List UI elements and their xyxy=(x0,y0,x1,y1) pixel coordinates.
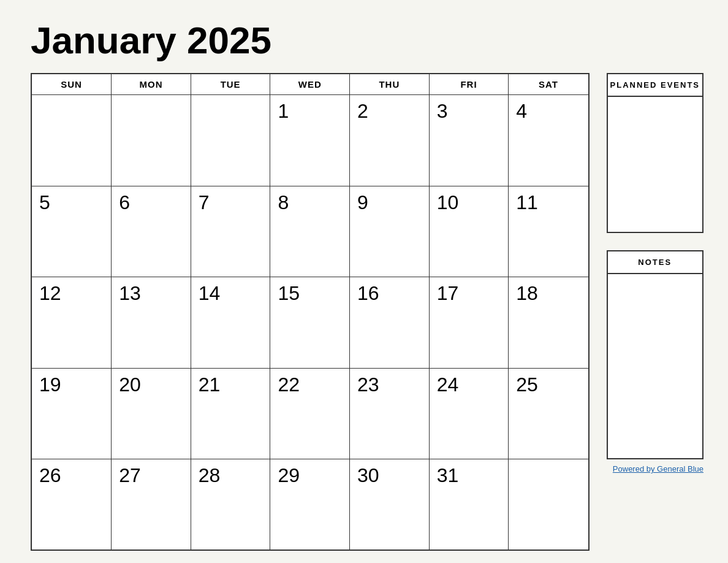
sidebar: PLANNED EVENTS NOTES Powered by General … xyxy=(607,73,703,551)
calendar-day: 1 xyxy=(270,95,350,186)
calendar-day: 10 xyxy=(429,186,509,277)
calendar-day: 28 xyxy=(191,459,270,551)
month-title: January 2025 xyxy=(31,18,703,62)
sidebar-gap xyxy=(607,233,703,250)
calendar-day xyxy=(31,95,112,186)
calendar-day: 6 xyxy=(112,186,191,277)
powered-by: Powered by General Blue xyxy=(607,464,703,473)
calendar-week-row: 1234 xyxy=(31,95,589,186)
calendar-day xyxy=(191,95,270,186)
planned-events-content xyxy=(608,97,702,232)
planned-events-box: PLANNED EVENTS xyxy=(607,73,703,233)
col-fri: FRI xyxy=(429,74,509,95)
calendar-week-row: 567891011 xyxy=(31,186,589,277)
calendar-day: 13 xyxy=(112,277,191,369)
powered-by-link[interactable]: Powered by General Blue xyxy=(613,464,703,473)
notes-box: NOTES xyxy=(607,250,703,459)
calendar-day: 31 xyxy=(429,459,509,551)
calendar-day: 15 xyxy=(270,277,350,369)
calendar-day: 23 xyxy=(350,368,430,459)
calendar-day: 18 xyxy=(509,277,589,369)
calendar-day: 12 xyxy=(31,277,112,369)
calendar-week-row: 262728293031 xyxy=(31,459,589,551)
calendar-day: 9 xyxy=(350,186,430,277)
col-thu: THU xyxy=(350,74,430,95)
calendar-day: 27 xyxy=(112,459,191,551)
calendar-day: 21 xyxy=(191,368,270,459)
calendar-section: SUN MON TUE WED THU FRI SAT 123456789101… xyxy=(31,73,590,551)
page: January 2025 SUN MON TUE WED THU FRI SAT… xyxy=(0,0,728,563)
notes-title: NOTES xyxy=(608,251,702,274)
calendar-day xyxy=(112,95,191,186)
col-sun: SUN xyxy=(31,74,112,95)
calendar-day: 19 xyxy=(31,368,112,459)
calendar-day: 2 xyxy=(350,95,430,186)
calendar-day: 8 xyxy=(270,186,350,277)
col-sat: SAT xyxy=(509,74,589,95)
calendar-header-row: SUN MON TUE WED THU FRI SAT xyxy=(31,74,589,95)
main-content: SUN MON TUE WED THU FRI SAT 123456789101… xyxy=(31,73,703,551)
calendar-day: 16 xyxy=(350,277,430,369)
col-tue: TUE xyxy=(191,74,270,95)
calendar-day: 14 xyxy=(191,277,270,369)
calendar-day xyxy=(509,459,589,551)
calendar-day: 29 xyxy=(270,459,350,551)
calendar-week-row: 12131415161718 xyxy=(31,277,589,369)
calendar-day: 20 xyxy=(112,368,191,459)
notes-content xyxy=(608,274,702,458)
calendar-day: 26 xyxy=(31,459,112,551)
col-wed: WED xyxy=(270,74,350,95)
calendar-day: 22 xyxy=(270,368,350,459)
calendar-day: 5 xyxy=(31,186,112,277)
calendar-day: 25 xyxy=(509,368,589,459)
calendar-day: 7 xyxy=(191,186,270,277)
calendar-day: 24 xyxy=(429,368,509,459)
col-mon: MON xyxy=(112,74,191,95)
calendar-week-row: 19202122232425 xyxy=(31,368,589,459)
calendar-day: 11 xyxy=(509,186,589,277)
calendar-table: SUN MON TUE WED THU FRI SAT 123456789101… xyxy=(31,73,590,551)
calendar-day: 30 xyxy=(350,459,430,551)
planned-events-title: PLANNED EVENTS xyxy=(608,74,702,97)
calendar-day: 17 xyxy=(429,277,509,369)
calendar-day: 4 xyxy=(509,95,589,186)
calendar-day: 3 xyxy=(429,95,509,186)
